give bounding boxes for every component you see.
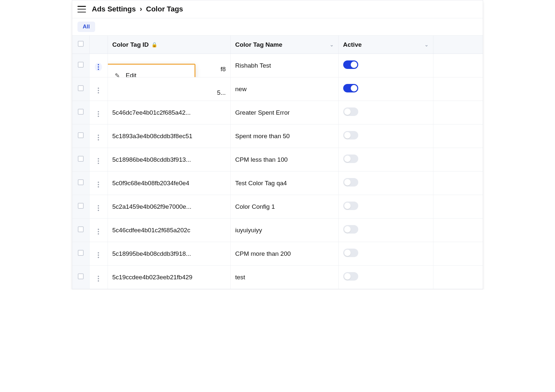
row-checkbox[interactable] (78, 132, 84, 138)
breadcrumb-root[interactable]: Ads Settings (92, 5, 136, 13)
row-blank-cell (433, 172, 483, 195)
row-select-cell (72, 195, 89, 219)
row-actions-menu-icon[interactable] (95, 180, 102, 189)
row-name-value: new (235, 86, 247, 92)
row-actions-cell (89, 195, 108, 219)
row-name-value: CPM more than 200 (235, 250, 291, 257)
header-select-all (72, 36, 89, 54)
row-id-cell: 5c46cdfee4b01c2f685a202c (108, 219, 230, 242)
chevron-right-icon: › (140, 5, 142, 13)
row-id-value: 5c18995be4b08cddb3f918... (112, 250, 191, 257)
row-id-cell: ✎Edit🗑Deletef8 (108, 54, 230, 77)
row-checkbox[interactable] (78, 250, 84, 256)
header-name-label: Color Tag Name (235, 41, 282, 48)
menu-icon[interactable] (77, 6, 86, 12)
chevron-down-icon[interactable]: ⌄ (425, 42, 429, 47)
row-name-cell: Test Color Tag qa4 (230, 172, 338, 195)
table-row: 5c18986be4b08cddb3f913...CPM less than 1… (72, 148, 483, 172)
row-checkbox[interactable] (78, 109, 84, 115)
row-name-cell: CPM less than 100 (230, 148, 338, 172)
breadcrumb: Ads Settings › Color Tags (92, 5, 183, 13)
row-id-value: f8 (219, 66, 226, 73)
row-id-cell: 5c18995be4b08cddb3f918... (108, 242, 230, 266)
row-blank-cell (433, 242, 483, 266)
row-id-cell: 5c2a1459e4b062f9e7000e... (108, 195, 230, 219)
table-row: 5c18995be4b08cddb3f918...CPM more than 2… (72, 242, 483, 266)
row-active-cell (338, 266, 433, 289)
row-name-cell: Rishabh Test (230, 54, 338, 77)
row-checkbox[interactable] (78, 203, 84, 209)
row-id-value: 5c1893a3e4b08cddb3f8ec51 (112, 133, 193, 139)
row-actions-menu-icon[interactable] (95, 157, 102, 165)
active-toggle[interactable] (343, 131, 358, 139)
header-name[interactable]: Color Tag Name ⌄ (230, 36, 338, 54)
chevron-down-icon[interactable]: ⌄ (330, 42, 334, 47)
row-actions-menu-icon[interactable] (95, 227, 102, 236)
edit-action[interactable]: ✎Edit (108, 67, 194, 77)
row-checkbox[interactable] (78, 62, 84, 68)
color-tags-table: Color Tag ID 🔒 Color Tag Name ⌄ Active ⌄ (72, 36, 483, 289)
table-row: 5...new (72, 77, 483, 101)
breadcrumb-page: Color Tags (146, 5, 183, 13)
row-name-value: Color Config 1 (235, 203, 275, 210)
header-id: Color Tag ID 🔒 (108, 36, 230, 54)
active-toggle[interactable] (343, 178, 358, 187)
row-active-cell (338, 219, 433, 242)
table-row: 5c46dc7ee4b01c2f685a42...Greater Spent E… (72, 101, 483, 124)
row-name-value: Rishabh Test (235, 62, 271, 69)
topbar: Ads Settings › Color Tags (72, 0, 483, 18)
row-checkbox[interactable] (78, 156, 84, 162)
header-actions (89, 36, 108, 54)
row-checkbox[interactable] (78, 179, 84, 185)
row-actions-menu-icon[interactable] (95, 204, 102, 212)
row-actions-menu-icon[interactable] (95, 110, 102, 118)
row-blank-cell (433, 124, 483, 148)
row-actions-menu-icon[interactable] (95, 86, 102, 95)
row-actions-menu-icon[interactable] (95, 251, 102, 259)
row-id-value: 5c46dc7ee4b01c2f685a42... (112, 109, 191, 116)
filter-bar: All (72, 18, 483, 36)
header-id-label: Color Tag ID (112, 41, 149, 48)
row-active-cell (338, 172, 433, 195)
row-active-cell (338, 101, 433, 124)
row-name-value: iuyuiyuiyy (235, 227, 262, 234)
row-name-value: Test Color Tag qa4 (235, 180, 287, 187)
row-name-value: Greater Spent Error (235, 109, 290, 116)
row-id-value: 5c19ccdee4b023eeb21fb429 (112, 274, 193, 281)
active-toggle[interactable] (343, 272, 358, 281)
active-toggle[interactable] (343, 225, 358, 234)
filter-all-chip[interactable]: All (77, 22, 95, 32)
row-name-cell: Greater Spent Error (230, 101, 338, 124)
row-blank-cell (433, 266, 483, 289)
row-blank-cell (433, 195, 483, 219)
row-actions-cell (89, 124, 108, 148)
row-actions-cell (89, 148, 108, 172)
header-active[interactable]: Active ⌄ (338, 36, 433, 54)
row-name-cell: Color Config 1 (230, 195, 338, 219)
row-id-cell: 5c0f9c68e4b08fb2034fe0e4 (108, 172, 230, 195)
active-toggle[interactable] (343, 60, 358, 69)
row-blank-cell (433, 101, 483, 124)
row-id-value: 5... (215, 89, 226, 96)
active-toggle[interactable] (343, 84, 358, 92)
row-checkbox[interactable] (78, 85, 84, 91)
select-all-checkbox[interactable] (78, 41, 84, 47)
active-toggle[interactable] (343, 155, 358, 163)
row-actions-cell (89, 101, 108, 124)
row-select-cell (72, 101, 89, 124)
row-actions-menu-icon[interactable] (95, 63, 102, 71)
row-checkbox[interactable] (78, 226, 84, 232)
active-toggle[interactable] (343, 202, 358, 210)
row-select-cell (72, 219, 89, 242)
header-active-label: Active (343, 41, 362, 48)
row-name-value: test (235, 274, 245, 281)
active-toggle[interactable] (343, 249, 358, 257)
row-actions-menu-icon[interactable] (95, 133, 102, 142)
active-toggle[interactable] (343, 107, 358, 116)
table-row: 5c0f9c68e4b08fb2034fe0e4Test Color Tag q… (72, 172, 483, 195)
row-id-cell: 5c18986be4b08cddb3f913... (108, 148, 230, 172)
row-id-value: 5c2a1459e4b062f9e7000e... (112, 203, 192, 210)
row-actions-menu-icon[interactable] (95, 274, 102, 283)
table-row: 5c19ccdee4b023eeb21fb429test (72, 266, 483, 289)
row-checkbox[interactable] (78, 273, 84, 279)
